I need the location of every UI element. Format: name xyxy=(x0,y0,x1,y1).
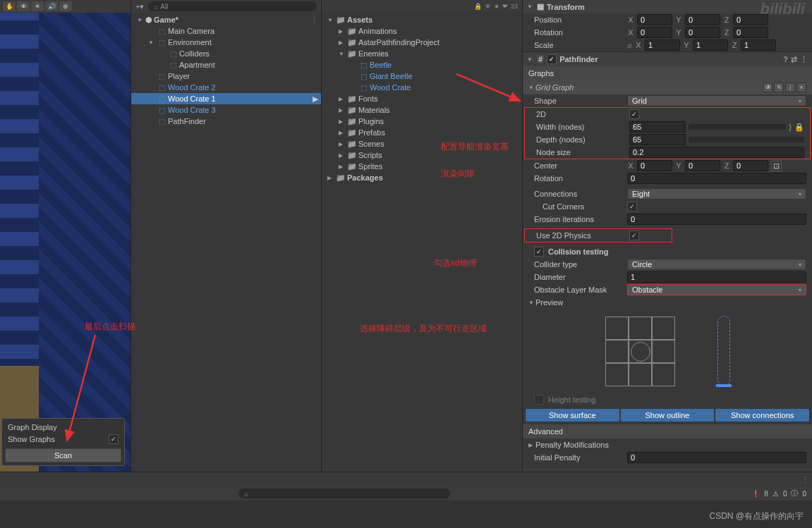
hierarchy-item[interactable]: Main Camera xyxy=(131,25,321,37)
width-input[interactable] xyxy=(629,121,686,133)
folder-icon xyxy=(336,173,346,183)
packages-row[interactable]: ▶ Packages xyxy=(322,172,522,183)
tool-hand-icon[interactable]: ✋ xyxy=(3,1,16,11)
project-item[interactable]: ▶Materials xyxy=(322,104,522,116)
folder-icon xyxy=(347,94,357,104)
hierarchy-item[interactable]: Player xyxy=(131,70,321,82)
console-bar: ⋮ ⌕ ❗8 ⚠0 ⓘ0 xyxy=(0,472,812,528)
rot-z[interactable] xyxy=(733,27,768,38)
menu-icon[interactable]: ⋮ xyxy=(800,55,808,64)
info-icon[interactable]: i xyxy=(785,82,795,92)
grid-graph-bar[interactable]: ▼Grid Graph 👁 ✎ i × xyxy=(523,80,812,94)
eye-icon[interactable]: 👁 xyxy=(485,3,491,10)
tool-light-icon[interactable]: ☀ xyxy=(31,1,44,11)
project-item[interactable]: ▶AstarPathfindingProject xyxy=(322,37,522,48)
hierarchy-tree: ▼⬢ Game* ⋮ Main Camera▼Environment Colli… xyxy=(131,13,321,528)
hierarchy-item[interactable]: Colliders xyxy=(131,48,321,59)
depth-input[interactable] xyxy=(629,134,686,145)
tool-eye-icon[interactable]: 👁 xyxy=(17,1,30,11)
collision-checkbox[interactable]: ✓ xyxy=(534,247,544,257)
center-y[interactable] xyxy=(685,160,720,171)
prefab-icon xyxy=(358,60,368,70)
lock-icon[interactable]: 🔒 xyxy=(794,123,804,132)
cut-corners-checkbox[interactable]: ✓ xyxy=(627,202,637,211)
scan-button[interactable]: Scan xyxy=(5,448,121,462)
show-graphs-checkbox[interactable]: ✓ xyxy=(109,434,119,444)
hierarchy-item[interactable]: PathFinder xyxy=(131,116,321,127)
shape-dropdown[interactable]: Grid xyxy=(627,95,806,106)
obj-icon xyxy=(168,60,178,70)
close-icon[interactable]: × xyxy=(796,82,806,92)
error-icon[interactable]: ❗ xyxy=(751,490,760,498)
project-item[interactable]: ▶Plugins xyxy=(322,116,522,127)
project-item[interactable]: ▼Enemies xyxy=(322,48,522,59)
pencil-icon[interactable]: ✎ xyxy=(774,82,784,92)
height-testing-checkbox[interactable] xyxy=(534,395,544,405)
collider-type-dropdown[interactable]: Circle xyxy=(627,259,806,270)
prefab-icon xyxy=(157,94,166,104)
preset-icon[interactable]: ⇄ xyxy=(791,55,797,64)
warn-icon[interactable]: ⚠ xyxy=(772,490,779,498)
scl-y[interactable] xyxy=(693,39,728,51)
target-icon[interactable]: ⊡ xyxy=(771,161,782,171)
tool-gizmo-icon[interactable]: ⊕ xyxy=(59,1,72,11)
diameter-input[interactable] xyxy=(627,271,806,283)
graphs-header: Graphs xyxy=(523,66,812,80)
pathfinder-header[interactable]: ▼ # ✓ Pathfinder ? ⇄ ⋮ xyxy=(523,52,812,66)
scene-view[interactable]: Graph Display Show Graphs ✓ Scan xyxy=(0,13,131,528)
folder-icon xyxy=(347,128,357,137)
project-item[interactable]: Giant Beetle xyxy=(322,70,522,82)
initial-penalty-input[interactable] xyxy=(627,452,806,463)
component-enabled[interactable]: ✓ xyxy=(547,54,557,64)
prefab-icon xyxy=(157,82,166,92)
node-size-input[interactable] xyxy=(629,147,804,158)
annot-2d: 勾选sd物理 xyxy=(434,257,477,269)
annot-config: 配置导航渲染宽高 xyxy=(441,141,509,153)
center-x[interactable] xyxy=(637,160,672,171)
rot-x[interactable] xyxy=(637,27,672,38)
hierarchy-item[interactable]: Wood Crate 2 xyxy=(131,82,321,93)
center-z[interactable] xyxy=(733,160,768,171)
folder-icon xyxy=(347,161,357,171)
console-search[interactable]: ⌕ xyxy=(238,489,450,498)
project-item[interactable]: Wood Crate xyxy=(322,82,522,93)
erosion-input[interactable] xyxy=(627,214,806,225)
advanced-header[interactable]: Advanced xyxy=(523,424,812,438)
help-icon[interactable]: ? xyxy=(783,55,788,64)
folder-icon xyxy=(347,26,357,36)
project-item[interactable]: ▶Sprites xyxy=(322,161,522,172)
show-outline-button[interactable]: Show outline xyxy=(621,409,715,422)
show-surface-button[interactable]: Show surface xyxy=(526,409,619,422)
project-item[interactable]: ▶Prefabs xyxy=(322,127,522,138)
hierarchy-item[interactable]: ▼Environment xyxy=(131,37,321,48)
lock-icon[interactable]: 🔒 xyxy=(474,3,482,10)
assets-root[interactable]: ▼ Assets xyxy=(322,14,522,25)
pos-x[interactable] xyxy=(637,14,672,25)
tool-audio-icon[interactable]: 🔊 xyxy=(45,1,58,11)
project-item[interactable]: Beetle xyxy=(322,59,522,70)
scl-z[interactable] xyxy=(741,39,776,51)
folder-icon xyxy=(347,139,357,149)
use-2d-physics-checkbox[interactable]: ✓ xyxy=(629,231,639,240)
add-icon[interactable]: +▾ xyxy=(135,2,144,11)
hierarchy-item[interactable]: Wood Crate 1▶ xyxy=(131,93,321,104)
hierarchy-search[interactable]: ⌕ All xyxy=(148,1,317,11)
scan-panel: Graph Display Show Graphs ✓ Scan xyxy=(1,418,125,466)
project-item[interactable]: ▶Animations xyxy=(322,25,522,37)
rotation-input[interactable] xyxy=(627,173,806,184)
hierarchy-item[interactable]: Apartment xyxy=(131,59,321,70)
scl-x[interactable] xyxy=(645,39,680,51)
scene-row[interactable]: ▼⬢ Game* ⋮ xyxy=(131,14,321,25)
eye-icon[interactable]: 👁 xyxy=(763,82,772,92)
hierarchy-item[interactable]: Wood Crate 3 xyxy=(131,104,321,116)
connections-dropdown[interactable]: Eight xyxy=(627,188,806,199)
obstacle-layer-dropdown[interactable]: Obstacle xyxy=(627,284,806,295)
project-item[interactable]: ▶Fonts xyxy=(322,93,522,104)
show-connections-button[interactable]: Show connections xyxy=(715,409,809,422)
2d-checkbox[interactable]: ✓ xyxy=(629,109,639,119)
link-icon[interactable]: ⌀ xyxy=(627,41,632,50)
rot-y[interactable] xyxy=(685,27,720,38)
watermark-csdn: CSDN @有点操作的向宇 xyxy=(709,510,804,522)
info-icon[interactable]: ⓘ xyxy=(791,489,798,498)
pos-y[interactable] xyxy=(685,14,720,25)
